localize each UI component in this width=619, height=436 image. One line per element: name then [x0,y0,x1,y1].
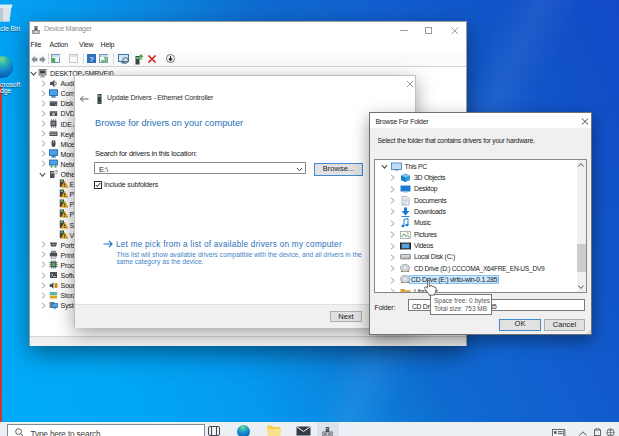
svg-text:?: ? [89,55,94,64]
svg-text:?: ? [55,170,57,174]
